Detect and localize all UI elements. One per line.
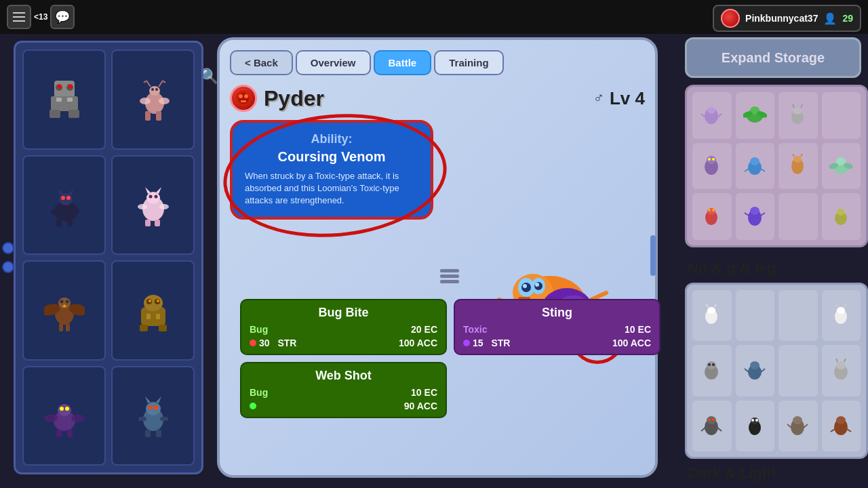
svg-point-42 bbox=[159, 204, 169, 209]
svg-line-147 bbox=[836, 304, 837, 307]
right-cell-b4[interactable] bbox=[822, 290, 861, 341]
right-cell-b7[interactable] bbox=[778, 345, 818, 396]
right-cell-1[interactable] bbox=[692, 92, 732, 139]
svg-line-156 bbox=[761, 369, 765, 372]
svg-point-116 bbox=[707, 156, 716, 164]
right-cell-b1[interactable] bbox=[692, 290, 732, 341]
right-cell-b10[interactable] bbox=[736, 401, 775, 451]
right-cell-9[interactable] bbox=[692, 193, 732, 240]
svg-rect-40 bbox=[155, 220, 160, 226]
gender-icon: ♂ bbox=[593, 89, 604, 107]
sprite-svg-1 bbox=[44, 77, 85, 121]
svg-rect-8 bbox=[56, 98, 62, 102]
svg-point-170 bbox=[755, 419, 758, 422]
moves-grid: Bug Bite Bug 20 EC 30 STR 100 ACC bbox=[240, 299, 660, 418]
svg-line-143 bbox=[707, 304, 708, 307]
svg-point-71 bbox=[146, 402, 161, 415]
ability-section: Ability: Coursing Venom When struck by a… bbox=[230, 120, 645, 220]
svg-line-18 bbox=[144, 81, 146, 83]
storage-section-1 bbox=[685, 85, 868, 247]
move-card-sting[interactable]: Sting Toxic 10 EC 15 STR 100 ACC bbox=[454, 299, 660, 355]
right-cell-4[interactable] bbox=[822, 92, 861, 139]
move-acc-sting: 100 ACC bbox=[612, 338, 651, 348]
svg-rect-1 bbox=[51, 96, 78, 111]
storage-cell-3[interactable] bbox=[22, 155, 106, 256]
right-cell-b2[interactable] bbox=[736, 290, 775, 341]
storage-cell-6[interactable] bbox=[111, 260, 195, 361]
right-cell-b11[interactable] bbox=[778, 401, 818, 451]
svg-line-19 bbox=[159, 81, 163, 87]
svg-point-75 bbox=[154, 405, 158, 409]
svg-line-159 bbox=[836, 359, 837, 362]
storage-cell-4[interactable] bbox=[111, 155, 195, 256]
right-cell-2[interactable] bbox=[736, 92, 775, 139]
expand-storage-button[interactable]: Expand Storage bbox=[685, 37, 861, 78]
svg-marker-73 bbox=[156, 396, 161, 403]
move-acc-web-shot: 90 ACC bbox=[404, 401, 437, 411]
svg-line-126 bbox=[801, 154, 802, 157]
svg-point-24 bbox=[59, 193, 73, 205]
svg-rect-30 bbox=[67, 220, 73, 226]
str-dot-web-shot bbox=[250, 403, 256, 409]
svg-point-136 bbox=[750, 207, 760, 215]
ability-name: Coursing Venom bbox=[245, 149, 418, 165]
main-modal: < Back Overview Battle Training Pyder ♂ … bbox=[217, 37, 658, 478]
coin-icon: 👤 bbox=[823, 12, 837, 25]
svg-point-124 bbox=[793, 156, 802, 163]
right-cell-8[interactable] bbox=[822, 143, 861, 190]
right-cell-11[interactable] bbox=[778, 193, 818, 240]
sprite-svg-6 bbox=[133, 288, 174, 332]
svg-point-22 bbox=[159, 98, 170, 104]
sprite-svg-8 bbox=[133, 394, 174, 438]
training-tab[interactable]: Training bbox=[434, 50, 503, 75]
move-type-web-shot: Bug bbox=[250, 387, 268, 398]
right-cell-3[interactable] bbox=[778, 92, 818, 139]
overview-tab[interactable]: Overview bbox=[296, 50, 371, 75]
svg-point-28 bbox=[66, 196, 71, 200]
right-cell-b3[interactable] bbox=[778, 290, 818, 341]
chat-button[interactable]: 💬 bbox=[50, 5, 75, 29]
svg-rect-79 bbox=[160, 417, 168, 421]
battle-tab[interactable]: Battle bbox=[374, 50, 432, 75]
svg-point-117 bbox=[708, 158, 711, 161]
svg-point-133 bbox=[708, 209, 711, 211]
storage-cell-5[interactable] bbox=[22, 260, 106, 361]
scroll-indicator[interactable] bbox=[650, 235, 656, 276]
right-cell-b12[interactable] bbox=[822, 401, 861, 451]
right-cell-b9[interactable] bbox=[692, 401, 732, 451]
svg-rect-59 bbox=[159, 325, 167, 331]
nav-dot-1[interactable] bbox=[2, 242, 14, 254]
nav-dot-2[interactable] bbox=[2, 261, 14, 273]
storage-cell-2[interactable] bbox=[111, 49, 195, 150]
move-card-web-shot[interactable]: Web Shot Bug 10 EC 90 ACC bbox=[240, 362, 447, 418]
right-cell-5[interactable] bbox=[692, 143, 732, 190]
svg-point-83 bbox=[244, 94, 248, 98]
str-dot-bug-bite bbox=[250, 340, 256, 346]
right-panel: Expand Storage bbox=[685, 37, 868, 485]
storage-cell-1[interactable] bbox=[22, 49, 106, 150]
section-label-2: Dark & Light bbox=[685, 459, 868, 487]
back-button[interactable]: < Back bbox=[230, 50, 293, 75]
right-cell-b8[interactable] bbox=[822, 345, 861, 396]
move-card-bug-bite[interactable]: Bug Bite Bug 20 EC 30 STR 100 ACC bbox=[240, 299, 447, 355]
hamburger-line bbox=[13, 20, 25, 22]
svg-point-120 bbox=[750, 157, 760, 165]
svg-point-65 bbox=[65, 407, 69, 411]
right-cell-12[interactable] bbox=[822, 193, 861, 240]
right-cell-b5[interactable] bbox=[692, 345, 732, 396]
monster-sprite-3 bbox=[41, 181, 88, 228]
svg-point-154 bbox=[750, 361, 760, 369]
storage-cell-7[interactable] bbox=[22, 366, 106, 466]
right-cell-b6[interactable] bbox=[736, 345, 775, 396]
hamburger-button[interactable] bbox=[7, 5, 31, 29]
move-type-row-2: Toxic 10 EC bbox=[463, 324, 651, 335]
move-acc-bug-bite: 100 ACC bbox=[399, 338, 437, 348]
svg-point-152 bbox=[712, 363, 715, 366]
right-cell-10[interactable] bbox=[736, 193, 775, 240]
move-stats-row-1: 30 STR 100 ACC bbox=[250, 338, 437, 348]
storage-cell-8[interactable] bbox=[111, 366, 195, 466]
right-cell-7[interactable] bbox=[778, 143, 818, 190]
svg-point-169 bbox=[751, 419, 754, 422]
right-cell-6[interactable] bbox=[736, 143, 775, 190]
user-info-panel: Pinkbunnycat37 👤 29 bbox=[713, 5, 861, 32]
